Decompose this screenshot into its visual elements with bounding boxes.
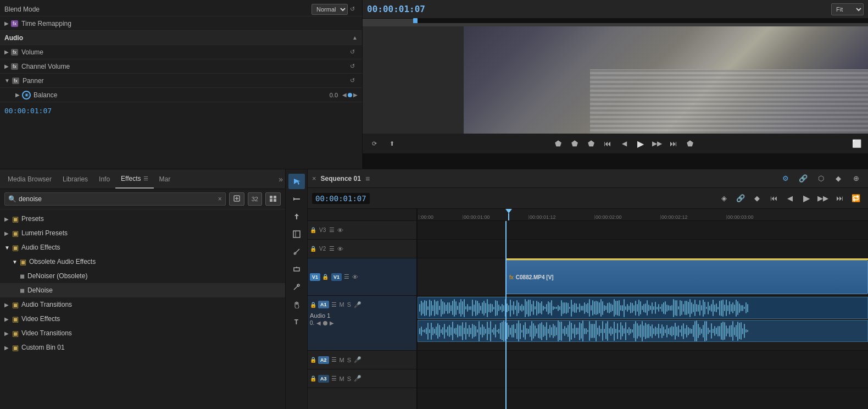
- v2-toggle-icon[interactable]: ☰: [329, 245, 335, 253]
- balance-right-arrow[interactable]: ▶: [353, 92, 358, 98]
- a1-active-btn[interactable]: A1: [318, 301, 329, 308]
- timeline-tool-1[interactable]: ⚙: [778, 172, 793, 186]
- blend-mode-reset-icon[interactable]: ↺: [350, 5, 358, 13]
- v1-lock-icon[interactable]: 🔒: [322, 274, 329, 280]
- hand-tool-btn[interactable]: [288, 297, 305, 312]
- timeline-tool-5[interactable]: ⊕: [848, 172, 864, 186]
- tab-libraries[interactable]: Libraries: [57, 169, 93, 189]
- blend-mode-select[interactable]: Normal: [311, 4, 348, 15]
- tab-markers[interactable]: Mar: [154, 169, 176, 189]
- track-select-tool-btn[interactable]: [288, 191, 305, 207]
- safe-margins-btn[interactable]: ⬜: [849, 137, 864, 150]
- search-input[interactable]: [19, 195, 218, 203]
- tab-info[interactable]: Info: [93, 169, 115, 189]
- balance-keyframe-icon[interactable]: ◉: [22, 91, 31, 100]
- search-input-wrap[interactable]: 🔍 ×: [4, 192, 226, 206]
- balance-keyframe-diamond[interactable]: [348, 93, 352, 97]
- v1-video-clip[interactable]: fx C0882.MP4 [V]: [505, 260, 868, 294]
- a1-vol-left-icon[interactable]: ◀: [316, 320, 321, 326]
- mark-in-btn[interactable]: ⬟: [551, 137, 565, 150]
- a2-active-btn[interactable]: A2: [318, 356, 329, 364]
- tl-linked-selection-btn[interactable]: 🔗: [733, 191, 748, 206]
- effects-tab-menu-icon[interactable]: ☰: [143, 175, 148, 181]
- tree-item-presets[interactable]: ▶ ▣ Presets: [0, 212, 285, 226]
- sequence-menu-btn[interactable]: ≡: [365, 174, 370, 183]
- a1-vol-dial[interactable]: [323, 321, 327, 325]
- tree-item-obsolete-audio[interactable]: ▼ ▣ Obsolete Audio Effects: [0, 255, 285, 269]
- scrub-bar[interactable]: [363, 19, 868, 23]
- scroll-up-icon[interactable]: ▲: [352, 35, 358, 41]
- tl-go-start-btn[interactable]: ⏮: [766, 191, 781, 206]
- v1-active-btn[interactable]: V1: [310, 273, 320, 281]
- a3-mic-icon[interactable]: 🎤: [353, 374, 362, 383]
- rolling-edit-tool-btn[interactable]: [288, 226, 305, 242]
- v1-toggle-icon[interactable]: ☰: [343, 273, 350, 281]
- sequence-close-btn[interactable]: ×: [312, 174, 316, 183]
- new-bin-btn[interactable]: [229, 192, 244, 206]
- step-back-btn[interactable]: ◀: [617, 137, 631, 150]
- tree-item-audio-transitions[interactable]: ▶ ▣ Audio Transitions: [0, 297, 285, 312]
- tree-item-denoise[interactable]: ◼ DeNoise: [0, 283, 285, 297]
- selection-tool-btn[interactable]: [288, 174, 305, 189]
- a3-m-icon[interactable]: M: [339, 375, 345, 383]
- loop-btn[interactable]: ⟳: [367, 137, 381, 150]
- a1-lock-icon[interactable]: 🔒: [310, 302, 316, 308]
- a2-m-icon[interactable]: M: [339, 356, 345, 364]
- volume-reset-icon[interactable]: ↺: [350, 48, 358, 56]
- a1-s-icon[interactable]: S: [347, 301, 352, 308]
- v2-lock-icon[interactable]: 🔒: [310, 246, 316, 252]
- export-btn[interactable]: ⬆: [385, 137, 399, 150]
- tree-item-video-transitions[interactable]: ▶ ▣ Video Transitions: [0, 326, 285, 340]
- go-in-btn[interactable]: ⬟: [584, 137, 598, 150]
- tl-snap-btn[interactable]: ◈: [716, 191, 732, 206]
- step-forward-btn[interactable]: ▶▶: [650, 137, 664, 150]
- tl-step-forward-btn[interactable]: ▶▶: [815, 191, 831, 206]
- tab-effects[interactable]: Effects ☰: [115, 169, 153, 189]
- zoom-select[interactable]: Fit 25% 50% 100%: [831, 3, 864, 15]
- a1-audio-clip-bottom[interactable]: [418, 320, 868, 342]
- channel-volume-reset-icon[interactable]: ↺: [350, 63, 358, 70]
- tree-item-custom-bin[interactable]: ▶ ▣ Custom Bin 01: [0, 340, 285, 355]
- tree-item-lumetri[interactable]: ▶ ▣ Lumetri Presets: [0, 226, 285, 240]
- a2-lock-icon[interactable]: 🔒: [310, 357, 316, 363]
- a1-toggle-icon[interactable]: ☰: [331, 301, 337, 309]
- a1-eye-icon[interactable]: M: [339, 301, 345, 308]
- v3-eye-icon[interactable]: 👁: [337, 226, 344, 234]
- a2-mic-icon[interactable]: 🎤: [353, 356, 362, 364]
- a3-toggle-icon[interactable]: ☰: [331, 374, 337, 383]
- a2-toggle-icon[interactable]: ☰: [331, 356, 337, 364]
- tree-item-audio-effects[interactable]: ▼ ▣ Audio Effects: [0, 240, 285, 255]
- prev-frame-btn[interactable]: ⏮: [600, 137, 615, 150]
- a3-s-icon[interactable]: S: [347, 375, 352, 383]
- tree-item-video-effects[interactable]: ▶ ▣ Video Effects: [0, 312, 285, 326]
- v2-eye-icon[interactable]: 👁: [337, 245, 344, 253]
- timeline-ruler[interactable]: :00:00 00:00:01:00 00:00:01:12 00:00:02:…: [418, 209, 868, 221]
- timeline-tool-4[interactable]: ◆: [831, 172, 846, 186]
- tl-step-back-btn[interactable]: ◀: [782, 191, 798, 206]
- tl-play-btn[interactable]: ▶: [799, 191, 814, 206]
- a1-mic-icon[interactable]: 🎤: [353, 301, 362, 309]
- mark-out-btn[interactable]: ⬟: [567, 137, 582, 150]
- view-toggle-btn[interactable]: [265, 192, 281, 206]
- tl-go-end-btn[interactable]: ⏭: [832, 191, 847, 206]
- next-frame-btn[interactable]: ⏭: [666, 137, 681, 150]
- ripple-edit-tool-btn[interactable]: [288, 209, 305, 224]
- timeline-tool-2[interactable]: 🔗: [795, 172, 811, 186]
- pen-tool-btn[interactable]: [288, 279, 305, 295]
- a1-audio-clip-top[interactable]: [418, 297, 868, 319]
- razor-tool-btn[interactable]: [288, 244, 305, 259]
- v1-eye-icon[interactable]: 👁: [352, 273, 359, 281]
- search-clear-btn[interactable]: ×: [218, 195, 222, 203]
- v3-toggle-icon[interactable]: ☰: [329, 226, 335, 234]
- tl-add-marker-btn[interactable]: ◆: [749, 191, 765, 206]
- a3-lock-icon[interactable]: 🔒: [310, 375, 316, 382]
- go-out-btn[interactable]: ⬟: [683, 137, 697, 150]
- balance-left-arrow[interactable]: ◀: [342, 92, 347, 98]
- slip-tool-btn[interactable]: [288, 262, 305, 277]
- v3-lock-icon[interactable]: 🔒: [310, 227, 316, 233]
- tab-overflow-btn[interactable]: »: [279, 175, 283, 184]
- type-tool-btn[interactable]: T: [288, 314, 305, 330]
- a1-vol-right-icon[interactable]: ▶: [330, 320, 334, 326]
- tl-loop-btn[interactable]: 🔁: [848, 191, 864, 206]
- play-btn[interactable]: ▶: [633, 137, 648, 150]
